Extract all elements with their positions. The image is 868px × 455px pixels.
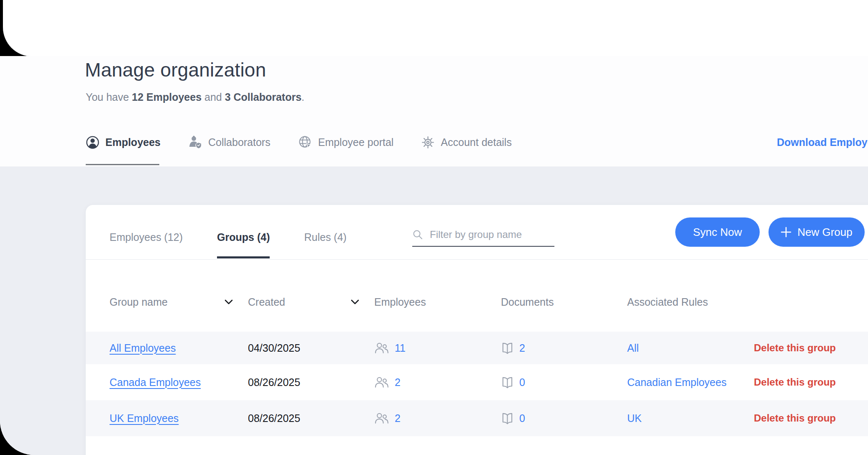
tab-account-details-label: Account details: [441, 136, 512, 148]
tab-employee-portal[interactable]: Employee portal: [298, 135, 394, 149]
created-date: 04/30/2025: [248, 342, 374, 354]
tab-employee-portal-label: Employee portal: [318, 136, 394, 148]
column-header-associated-rules: Associated Rules: [627, 296, 754, 308]
delete-group-button[interactable]: Delete this group: [754, 412, 836, 424]
column-header-group-name[interactable]: Group name: [110, 296, 248, 308]
subtitle-and: and: [202, 91, 225, 103]
tab-collaborators-label: Collaborators: [208, 136, 271, 148]
table-row: USA employees 08/26/2025 3: [86, 436, 868, 455]
globe-cursor-icon: [298, 135, 312, 149]
chevron-down-icon: [225, 299, 233, 304]
app-window: Manage organization You have 12 Employee…: [0, 0, 868, 455]
group-name-link[interactable]: Canada Employees: [110, 376, 201, 389]
tab-employees-label: Employees: [105, 136, 161, 148]
person-circle-icon: [86, 135, 100, 149]
column-header-documents: Documents: [501, 296, 627, 308]
page-subtitle: You have 12 Employees and 3 Collaborator…: [86, 91, 304, 103]
delete-group-button[interactable]: Delete this group: [754, 342, 836, 354]
document-count-link[interactable]: 0: [519, 412, 525, 424]
page-title: Manage organization: [85, 59, 266, 81]
group-name-header-label: Group name: [110, 296, 168, 308]
table-header: Group name Created Employees Documents: [86, 260, 868, 332]
collaborators-count: 3 Collaborators: [225, 91, 301, 103]
download-employees-link[interactable]: Download Employee: [777, 136, 868, 148]
sync-now-label: Sync Now: [693, 226, 742, 239]
tab-employees[interactable]: Employees: [86, 135, 161, 149]
table-row: UK Employees 08/26/2025 2: [86, 400, 868, 436]
card-tab-employees[interactable]: Employees (12): [110, 205, 183, 259]
associated-rule-link[interactable]: Canadian Employees: [627, 376, 727, 389]
group-filter-field[interactable]: [412, 228, 554, 247]
people-icon: [374, 342, 389, 354]
group-name-link[interactable]: All Employees: [110, 342, 176, 354]
new-group-label: New Group: [797, 226, 853, 239]
documents-header-label: Documents: [501, 296, 554, 308]
document-count-link[interactable]: 2: [519, 342, 525, 354]
table-row: Canada Employees 08/26/2025 2: [86, 364, 868, 400]
card-tab-bar: Employees (12) Groups (4) Rules (4) Sync…: [86, 205, 868, 260]
delete-group-button[interactable]: Delete this group: [754, 376, 836, 388]
sync-now-button[interactable]: Sync Now: [675, 217, 760, 247]
column-header-created[interactable]: Created: [248, 296, 374, 308]
associated-rule-link[interactable]: All: [627, 342, 639, 354]
active-tab-underline: [86, 164, 159, 165]
gear-icon: [421, 135, 435, 149]
employees-header-label: Employees: [374, 296, 426, 308]
chevron-down-icon: [351, 299, 359, 304]
people-icon: [374, 376, 389, 388]
manage-organization-page: Manage organization You have 12 Employee…: [0, 56, 868, 455]
search-icon: [412, 229, 423, 240]
employee-count-link[interactable]: 2: [395, 376, 401, 389]
new-group-button[interactable]: New Group: [768, 217, 865, 247]
created-date: 08/26/2025: [248, 412, 374, 424]
associated-rule-link[interactable]: UK: [627, 412, 642, 424]
card-tab-groups[interactable]: Groups (4): [217, 205, 270, 259]
main-nav-tabs: Employees Collaborators: [86, 130, 512, 155]
subtitle-period: .: [301, 91, 304, 103]
book-icon: [501, 342, 514, 354]
tab-collaborators[interactable]: Collaborators: [188, 135, 271, 149]
person-shield-icon: [188, 135, 202, 149]
groups-card: Employees (12) Groups (4) Rules (4) Sync…: [86, 205, 868, 455]
group-filter-input[interactable]: [429, 228, 554, 241]
tab-account-details[interactable]: Account details: [421, 135, 512, 149]
book-icon: [501, 376, 514, 389]
employees-count: 12 Employees: [132, 91, 202, 103]
card-tab-rules[interactable]: Rules (4): [304, 205, 346, 259]
employee-count-link[interactable]: 11: [395, 342, 406, 354]
column-header-employees: Employees: [374, 296, 501, 308]
group-name-link[interactable]: UK Employees: [110, 412, 179, 424]
created-header-label: Created: [248, 296, 285, 308]
people-icon: [374, 412, 389, 424]
plus-icon: [781, 227, 791, 238]
table-row: All Employees 04/30/2025 11: [86, 332, 868, 364]
subtitle-prefix: You have: [86, 91, 132, 103]
book-icon: [501, 412, 514, 424]
browser-topbar: [3, 0, 868, 56]
associated-rules-header-label: Associated Rules: [627, 296, 708, 308]
employee-count-link[interactable]: 2: [395, 412, 401, 424]
document-count-link[interactable]: 0: [519, 376, 525, 389]
created-date: 08/26/2025: [248, 376, 374, 389]
